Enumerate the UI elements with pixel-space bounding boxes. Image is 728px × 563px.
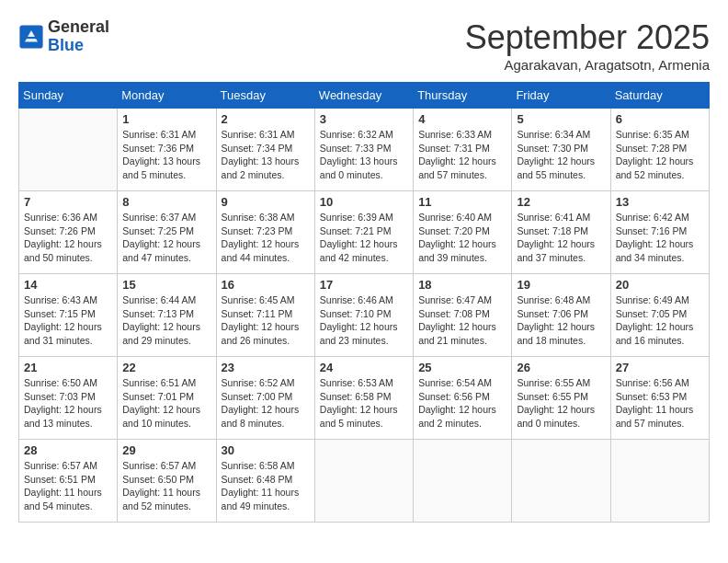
calendar-cell: 30Sunrise: 6:58 AMSunset: 6:48 PMDayligh… — [216, 440, 314, 523]
calendar-cell: 14Sunrise: 6:43 AMSunset: 7:15 PMDayligh… — [19, 274, 118, 357]
calendar-cell: 11Sunrise: 6:40 AMSunset: 7:20 PMDayligh… — [414, 191, 512, 274]
week-row-1: 1Sunrise: 6:31 AMSunset: 7:36 PMDaylight… — [19, 109, 710, 191]
calendar-cell — [610, 440, 709, 523]
title-block: September 2025 Agarakavan, Aragatsotn, A… — [465, 18, 710, 73]
day-number: 5 — [517, 112, 605, 126]
day-info: Sunrise: 6:52 AMSunset: 7:00 PMDaylight:… — [222, 376, 310, 431]
calendar-cell: 17Sunrise: 6:46 AMSunset: 7:10 PMDayligh… — [314, 274, 413, 357]
day-number: 12 — [517, 195, 605, 209]
day-number: 16 — [222, 278, 310, 292]
calendar-cell: 4Sunrise: 6:33 AMSunset: 7:31 PMDaylight… — [414, 109, 512, 191]
calendar-cell — [314, 440, 413, 523]
calendar-cell: 21Sunrise: 6:50 AMSunset: 7:03 PMDayligh… — [19, 357, 118, 440]
day-number: 17 — [320, 278, 408, 292]
calendar-cell: 9Sunrise: 6:38 AMSunset: 7:23 PMDaylight… — [216, 191, 314, 274]
calendar-cell: 22Sunrise: 6:51 AMSunset: 7:01 PMDayligh… — [118, 357, 216, 440]
calendar-body: 1Sunrise: 6:31 AMSunset: 7:36 PMDaylight… — [19, 109, 710, 523]
logo-text: General Blue — [48, 18, 109, 55]
week-row-2: 7Sunrise: 6:36 AMSunset: 7:26 PMDaylight… — [19, 191, 710, 274]
day-number: 14 — [24, 278, 112, 292]
calendar-cell: 5Sunrise: 6:34 AMSunset: 7:30 PMDaylight… — [512, 109, 610, 191]
calendar-cell: 13Sunrise: 6:42 AMSunset: 7:16 PMDayligh… — [610, 191, 709, 274]
day-number: 19 — [517, 278, 605, 292]
day-info: Sunrise: 6:56 AMSunset: 6:53 PMDaylight:… — [616, 376, 704, 431]
calendar-cell — [414, 440, 512, 523]
calendar-cell: 2Sunrise: 6:31 AMSunset: 7:34 PMDaylight… — [216, 109, 314, 191]
calendar-cell: 20Sunrise: 6:49 AMSunset: 7:05 PMDayligh… — [610, 274, 709, 357]
calendar-cell: 28Sunrise: 6:57 AMSunset: 6:51 PMDayligh… — [19, 440, 118, 523]
day-number: 21 — [24, 361, 112, 374]
day-number: 11 — [418, 195, 506, 209]
day-info: Sunrise: 6:43 AMSunset: 7:15 PMDaylight:… — [24, 293, 112, 348]
day-number: 4 — [418, 112, 506, 126]
month-title: September 2025 — [465, 18, 710, 57]
weekday-header-friday: Friday — [512, 83, 610, 109]
week-row-3: 14Sunrise: 6:43 AMSunset: 7:15 PMDayligh… — [19, 274, 710, 357]
logo-icon — [18, 24, 44, 50]
calendar-cell — [512, 440, 610, 523]
page-header: General Blue September 2025 Agarakavan, … — [18, 18, 710, 73]
day-number: 28 — [24, 443, 112, 457]
day-number: 27 — [616, 361, 704, 374]
day-info: Sunrise: 6:50 AMSunset: 7:03 PMDaylight:… — [24, 376, 112, 431]
weekday-header-row: SundayMondayTuesdayWednesdayThursdayFrid… — [19, 83, 710, 109]
day-info: Sunrise: 6:37 AMSunset: 7:25 PMDaylight:… — [122, 211, 210, 265]
day-number: 13 — [616, 195, 704, 209]
weekday-header-sunday: Sunday — [19, 83, 118, 109]
day-number: 30 — [222, 443, 310, 457]
day-info: Sunrise: 6:57 AMSunset: 6:51 PMDaylight:… — [24, 459, 112, 513]
day-info: Sunrise: 6:44 AMSunset: 7:13 PMDaylight:… — [122, 293, 210, 348]
day-number: 15 — [122, 278, 210, 292]
day-info: Sunrise: 6:31 AMSunset: 7:36 PMDaylight:… — [122, 128, 210, 182]
calendar-cell: 19Sunrise: 6:48 AMSunset: 7:06 PMDayligh… — [512, 274, 610, 357]
day-number: 8 — [122, 195, 210, 209]
calendar-table: SundayMondayTuesdayWednesdayThursdayFrid… — [18, 82, 710, 523]
day-number: 9 — [222, 195, 310, 209]
calendar-cell: 16Sunrise: 6:45 AMSunset: 7:11 PMDayligh… — [216, 274, 314, 357]
calendar-cell: 29Sunrise: 6:57 AMSunset: 6:50 PMDayligh… — [118, 440, 216, 523]
day-info: Sunrise: 6:32 AMSunset: 7:33 PMDaylight:… — [320, 128, 408, 182]
logo: General Blue — [18, 18, 109, 55]
day-info: Sunrise: 6:53 AMSunset: 6:58 PMDaylight:… — [320, 376, 408, 431]
calendar-cell: 3Sunrise: 6:32 AMSunset: 7:33 PMDaylight… — [314, 109, 413, 191]
day-info: Sunrise: 6:33 AMSunset: 7:31 PMDaylight:… — [418, 128, 506, 182]
calendar-cell — [19, 109, 118, 191]
calendar-cell: 23Sunrise: 6:52 AMSunset: 7:00 PMDayligh… — [216, 357, 314, 440]
day-info: Sunrise: 6:54 AMSunset: 6:56 PMDaylight:… — [418, 376, 506, 431]
day-info: Sunrise: 6:49 AMSunset: 7:05 PMDaylight:… — [616, 293, 704, 348]
weekday-header-wednesday: Wednesday — [314, 83, 413, 109]
day-number: 3 — [320, 112, 408, 126]
day-info: Sunrise: 6:55 AMSunset: 6:55 PMDaylight:… — [517, 376, 605, 431]
day-info: Sunrise: 6:38 AMSunset: 7:23 PMDaylight:… — [222, 211, 310, 265]
week-row-4: 21Sunrise: 6:50 AMSunset: 7:03 PMDayligh… — [19, 357, 710, 440]
day-info: Sunrise: 6:41 AMSunset: 7:18 PMDaylight:… — [517, 211, 605, 265]
day-info: Sunrise: 6:58 AMSunset: 6:48 PMDaylight:… — [222, 459, 310, 513]
day-number: 7 — [24, 195, 112, 209]
day-number: 6 — [616, 112, 704, 126]
calendar-cell: 1Sunrise: 6:31 AMSunset: 7:36 PMDaylight… — [118, 109, 216, 191]
weekday-header-tuesday: Tuesday — [216, 83, 314, 109]
location: Agarakavan, Aragatsotn, Armenia — [465, 57, 710, 73]
calendar-cell: 10Sunrise: 6:39 AMSunset: 7:21 PMDayligh… — [314, 191, 413, 274]
day-info: Sunrise: 6:51 AMSunset: 7:01 PMDaylight:… — [122, 376, 210, 431]
calendar-cell: 25Sunrise: 6:54 AMSunset: 6:56 PMDayligh… — [414, 357, 512, 440]
day-info: Sunrise: 6:45 AMSunset: 7:11 PMDaylight:… — [222, 293, 310, 348]
day-info: Sunrise: 6:47 AMSunset: 7:08 PMDaylight:… — [418, 293, 506, 348]
day-info: Sunrise: 6:57 AMSunset: 6:50 PMDaylight:… — [122, 459, 210, 513]
day-info: Sunrise: 6:48 AMSunset: 7:06 PMDaylight:… — [517, 293, 605, 348]
day-number: 23 — [222, 361, 310, 374]
calendar-cell: 24Sunrise: 6:53 AMSunset: 6:58 PMDayligh… — [314, 357, 413, 440]
calendar-cell: 12Sunrise: 6:41 AMSunset: 7:18 PMDayligh… — [512, 191, 610, 274]
weekday-header-thursday: Thursday — [414, 83, 512, 109]
day-number: 22 — [122, 361, 210, 374]
day-number: 26 — [517, 361, 605, 374]
day-info: Sunrise: 6:39 AMSunset: 7:21 PMDaylight:… — [320, 211, 408, 265]
day-number: 2 — [222, 112, 310, 126]
calendar-cell: 8Sunrise: 6:37 AMSunset: 7:25 PMDaylight… — [118, 191, 216, 274]
day-number: 1 — [122, 112, 210, 126]
calendar-cell: 7Sunrise: 6:36 AMSunset: 7:26 PMDaylight… — [19, 191, 118, 274]
day-number: 10 — [320, 195, 408, 209]
day-info: Sunrise: 6:34 AMSunset: 7:30 PMDaylight:… — [517, 128, 605, 182]
calendar-cell: 26Sunrise: 6:55 AMSunset: 6:55 PMDayligh… — [512, 357, 610, 440]
day-number: 24 — [320, 361, 408, 374]
